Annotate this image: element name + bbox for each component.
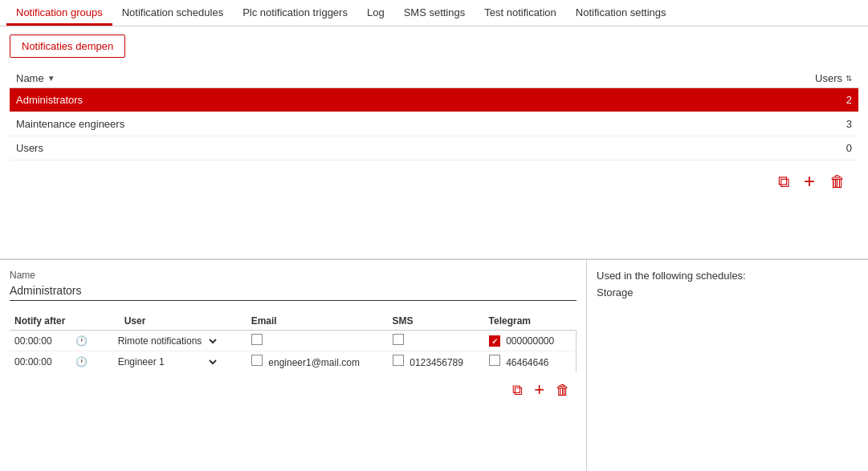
user-row: 🕐 Rimote notifications 000000000 <box>10 331 577 351</box>
telegram-value: 46464646 <box>506 357 548 368</box>
time-input[interactable] <box>14 335 72 347</box>
time-cell: 🕐 <box>10 331 108 351</box>
users-table: Notify after User Email SMS Telegram 🕐 R… <box>10 312 577 372</box>
sort-name-icon[interactable]: ▼ <box>47 74 55 83</box>
sms-value: 0123456789 <box>410 357 463 368</box>
checkbox-unchecked[interactable] <box>489 355 500 366</box>
time-input[interactable] <box>14 356 72 367</box>
tab-test-notification[interactable]: Test notification <box>475 2 566 26</box>
telegram-cell: 000000000 <box>484 331 577 351</box>
clock-icon[interactable]: 🕐 <box>75 356 88 367</box>
sms-cell <box>388 331 484 351</box>
checkbox-unchecked[interactable] <box>251 334 263 345</box>
row-name: Maintenance engineers <box>16 118 788 130</box>
tab-log[interactable]: Log <box>357 2 394 26</box>
tab-plc-notification-triggers[interactable]: Plc notification triggers <box>233 2 357 26</box>
sms-cell: 0123456789 <box>388 351 484 372</box>
checkbox-unchecked[interactable] <box>393 334 404 345</box>
user-cell: Engineer 1 <box>108 351 247 372</box>
user-select[interactable]: Engineer 1 <box>115 355 219 368</box>
top-section: Notificaties dempen Name ▼ Users ⇅ Admin… <box>0 26 868 259</box>
telegram-col: Telegram <box>484 312 577 331</box>
telegram-cell: 46464646 <box>484 351 577 372</box>
col-users-label: Users <box>815 72 842 84</box>
table-rows: Administrators 2 Maintenance engineers 3… <box>10 88 858 160</box>
checkbox-checked[interactable] <box>489 335 500 347</box>
table-row[interactable]: Maintenance engineers 3 <box>10 112 858 136</box>
user-row: 🕐 Engineer 1 engineer1@mail.com 01234567… <box>10 351 577 372</box>
clock-icon[interactable]: 🕐 <box>75 335 88 347</box>
sort-users-icon[interactable]: ⇅ <box>846 74 852 83</box>
row-users: 2 <box>788 94 852 106</box>
left-panel: Name Administrators Notify after User Em… <box>0 260 587 471</box>
action-row: ⧉ + 🗑 <box>10 164 858 199</box>
email-col: Email <box>247 312 388 331</box>
bottom-section: Name Administrators Notify after User Em… <box>0 259 868 471</box>
tab-sms-settings[interactable]: SMS settings <box>394 2 475 26</box>
email-cell <box>247 331 388 351</box>
time-cell: 🕐 <box>10 351 108 372</box>
name-value: Administrators <box>10 284 577 301</box>
tab-notification-settings[interactable]: Notification settings <box>566 2 676 26</box>
user-cell: Rimote notifications <box>108 331 247 351</box>
tabs-bar: Notification groupsNotification schedule… <box>0 0 868 26</box>
user-col: User <box>108 312 247 331</box>
table-row[interactable]: Administrators 2 <box>10 88 858 112</box>
telegram-value: 000000000 <box>506 335 554 347</box>
detail-add-icon[interactable]: + <box>534 380 544 400</box>
tab-notification-groups[interactable]: Notification groups <box>6 2 112 26</box>
tab-notification-schedules[interactable]: Notification schedules <box>112 2 233 26</box>
row-name: Users <box>16 142 788 154</box>
schedule-item: Storage <box>597 286 858 298</box>
copy-icon[interactable]: ⧉ <box>778 173 789 191</box>
right-panel: Used in the following schedules: Storage <box>587 260 868 471</box>
detail-delete-icon[interactable]: 🗑 <box>556 382 570 399</box>
row-users: 0 <box>788 142 852 154</box>
name-label: Name <box>10 270 577 281</box>
checkbox-unchecked[interactable] <box>251 355 263 366</box>
schedule-title: Used in the following schedules: <box>597 270 858 282</box>
sms-col: SMS <box>388 312 484 331</box>
schedule-items: Storage <box>597 286 858 298</box>
table-row[interactable]: Users 0 <box>10 136 858 160</box>
email-value: engineer1@mail.com <box>268 357 360 368</box>
col-name-label: Name <box>16 72 44 84</box>
detail-copy-icon[interactable]: ⧉ <box>512 382 523 399</box>
delete-icon[interactable]: 🗑 <box>829 173 846 191</box>
row-name: Administrators <box>16 94 788 106</box>
add-icon[interactable]: + <box>804 170 815 193</box>
checkbox-unchecked[interactable] <box>393 355 404 366</box>
user-select[interactable]: Rimote notifications <box>115 335 219 347</box>
email-cell: engineer1@mail.com <box>247 351 388 372</box>
detail-action-row: ⧉ + 🗑 <box>10 375 577 405</box>
row-users: 3 <box>788 118 852 130</box>
mute-button[interactable]: Notificaties dempen <box>10 35 125 58</box>
notify-after-col: Notify after <box>10 312 108 331</box>
table-header: Name ▼ Users ⇅ <box>10 69 858 88</box>
